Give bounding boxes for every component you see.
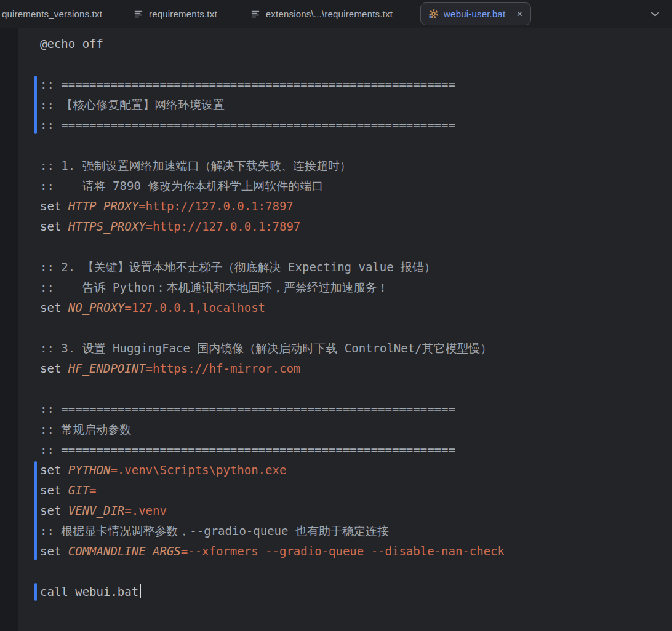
code-token: :: =====================================… [40,77,455,91]
tab-label: quirements_versions.txt [2,9,102,19]
code-token: NO_PROXY [68,301,125,314]
text-caret [140,584,141,598]
code-token: HTTP_PROXY [68,199,138,213]
code-token: =http://127.0.0.1:7897 [138,199,294,213]
code-line[interactable]: set HTTP_PROXY=http://127.0.0.1:7897 [40,196,672,216]
code-token: GIT [68,483,89,497]
code-token: @echo off [40,37,103,50]
code-token: set [40,362,68,375]
code-token: HF_ENDPOINT [68,362,146,375]
code-line[interactable]: :: 常规启动参数 [40,419,672,440]
code-line[interactable] [40,562,672,582]
code-token: =.venv [124,504,167,517]
code-line[interactable] [40,237,672,257]
tab-requirements-txt[interactable]: requirements.txt [117,0,234,28]
code-line[interactable]: set NO_PROXY=127.0.0.1,localhost [40,298,672,318]
text-file-icon [134,9,143,19]
code-token: COMMANDLINE_ARGS [68,544,181,558]
code-token: call webui.bat [40,585,138,598]
vcs-change-bar[interactable] [34,583,37,601]
code-token: :: =====================================… [40,118,455,132]
code-token: :: =====================================… [40,402,455,416]
code-token: :: 常规启动参数 [40,423,131,436]
tab-extensions-requirements-txt[interactable]: extensions\...\requirements.txt [234,0,409,28]
code-line[interactable]: :: =====================================… [40,74,672,95]
code-line[interactable]: set COMMANDLINE_ARGS=--xformers --gradio… [40,541,672,562]
editor-tab-bar: quirements_versions.txt requirements.txt… [0,0,672,28]
tab-label: extensions\...\requirements.txt [266,9,393,19]
tab-overflow-button[interactable] [647,7,663,21]
vcs-change-bar[interactable] [34,461,37,560]
code-line[interactable]: :: 告诉 Python：本机通讯和本地回环，严禁经过加速服务！ [40,277,672,298]
tab-label: webui-user.bat [444,9,505,19]
code-line[interactable]: set GIT= [40,480,672,501]
tab-requirements-versions-txt[interactable]: quirements_versions.txt [0,0,117,28]
bat-file-icon [428,9,439,19]
code-line[interactable]: set HTTPS_PROXY=http://127.0.0.1:7897 [40,216,672,237]
code-token: set [40,544,68,558]
code-line[interactable]: :: 2. 【关键】设置本地不走梯子（彻底解决 Expecting value … [40,257,672,277]
code-token: PYTHON [68,463,111,477]
code-editor[interactable]: @echo off:: ============================… [0,28,672,631]
text-file-icon [250,9,260,19]
code-line[interactable]: :: 【核心修复配置】网络环境设置 [40,95,672,115]
code-line[interactable]: :: =====================================… [40,399,672,419]
code-token: VENV_DIR [68,504,125,517]
code-token: set [40,199,68,213]
code-line[interactable] [40,318,672,338]
code-token: =https://hf-mirror.com [146,362,301,375]
tab-webui-user-bat[interactable]: webui-user.bat × [420,2,531,25]
code-token: :: 3. 设置 HuggingFace 国内镜像（解决启动时下载 Contro… [40,341,492,355]
code-token: =--xformers --gradio-queue --disable-nan… [181,544,505,558]
code-line[interactable]: set HF_ENDPOINT=https://hf-mirror.com [40,359,672,379]
code-line[interactable]: :: =====================================… [40,440,672,460]
code-token: :: 请将 7890 修改为你本机科学上网软件的端口 [40,179,323,192]
code-token: =http://127.0.0.1:7897 [146,220,301,233]
code-line[interactable] [40,135,672,156]
code-token: :: 告诉 Python：本机通讯和本地回环，严禁经过加速服务！ [40,280,389,294]
code-line[interactable]: call webui.bat [40,582,672,602]
code-token: :: 【核心修复配置】网络环境设置 [40,98,225,111]
code-line[interactable]: :: 请将 7890 修改为你本机科学上网软件的端口 [40,176,672,196]
code-line[interactable]: :: 3. 设置 HuggingFace 国内镜像（解决启动时下载 Contro… [40,338,672,359]
tab-label: requirements.txt [149,9,217,19]
code-token: set [40,301,68,314]
code-token: set [40,220,68,233]
code-token: :: =====================================… [40,443,455,456]
code-token: set [40,504,68,517]
code-line[interactable]: :: 1. 强制设置网络加速端口（解决下载失败、连接超时） [40,156,672,176]
code-line[interactable]: @echo off [40,34,672,54]
code-token: set [40,463,68,477]
vcs-change-bar[interactable] [34,76,37,134]
code-token: =.venv\Scripts\python.exe [110,463,286,477]
code-area[interactable]: @echo off:: ============================… [0,28,672,602]
code-line[interactable]: :: 根据显卡情况调整参数，--gradio-queue 也有助于稳定连接 [40,521,672,541]
code-token: :: 2. 【关键】设置本地不走梯子（彻底解决 Expecting value … [40,260,436,274]
code-token: set [40,483,68,497]
code-token: = [89,483,96,497]
close-icon[interactable]: × [515,9,524,19]
code-token: :: 1. 强制设置网络加速端口（解决下载失败、连接超时） [40,159,351,172]
code-token: :: 根据显卡情况调整参数，--gradio-queue 也有助于稳定连接 [40,524,389,538]
code-line[interactable]: set PYTHON=.venv\Scripts\python.exe [40,460,672,480]
code-line[interactable] [40,379,672,399]
code-line[interactable] [40,54,672,74]
code-token: HTTPS_PROXY [68,220,146,233]
chevron-down-icon [650,11,660,17]
code-token: =127.0.0.1,localhost [124,301,265,314]
code-line[interactable]: :: =====================================… [40,115,672,135]
code-line[interactable]: set VENV_DIR=.venv [40,501,672,521]
